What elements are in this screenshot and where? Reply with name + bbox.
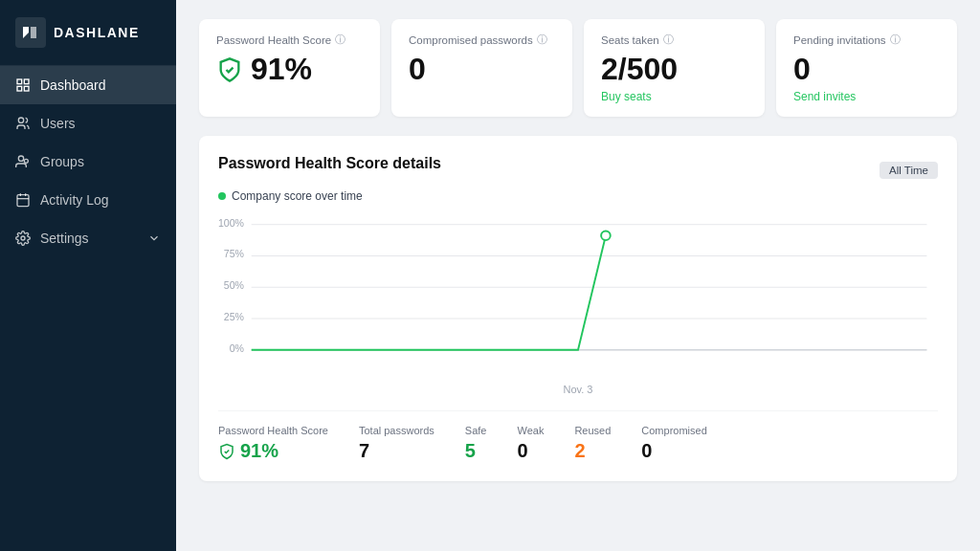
shield-check-sm-icon	[218, 443, 235, 460]
send-invites-link[interactable]: Send invites	[793, 90, 940, 103]
info-icon-invitations[interactable]: ⓘ	[890, 33, 901, 47]
svg-text:50%: 50%	[224, 279, 245, 291]
main-content: Password Health Score ⓘ 91% Compromised …	[176, 0, 980, 551]
chart-legend-label: Company score over time	[232, 189, 363, 203]
bottom-stat-compromised: Compromised 0	[641, 425, 706, 462]
settings-icon	[15, 231, 31, 246]
users-icon	[15, 116, 31, 131]
svg-point-6	[18, 156, 23, 161]
info-icon-compromised[interactable]: ⓘ	[537, 33, 547, 47]
stats-row: Password Health Score ⓘ 91% Compromised …	[199, 19, 957, 117]
stat-value-invitations: 0	[793, 53, 940, 86]
info-icon-phs[interactable]: ⓘ	[335, 33, 345, 47]
svg-rect-3	[24, 86, 29, 91]
stat-card-seats: Seats taken ⓘ 2/500 Buy seats	[584, 19, 765, 117]
bottom-stat-reused: Reused 2	[574, 425, 611, 462]
sidebar-item-activity-log[interactable]: Activity Log	[0, 181, 176, 219]
sidebar-item-groups[interactable]: Groups	[0, 143, 176, 181]
activity-icon	[15, 192, 31, 208]
stat-label-compromised: Compromised passwords ⓘ	[409, 33, 555, 47]
dashboard-icon	[15, 77, 31, 93]
bottom-stat-phs: Password Health Score 91%	[218, 425, 328, 462]
stat-label-phs: Password Health Score ⓘ	[216, 33, 363, 47]
bottom-stat-total-passwords: Total passwords 7	[359, 425, 434, 462]
stat-card-password-health: Password Health Score ⓘ 91%	[199, 19, 380, 117]
shield-check-icon	[216, 56, 243, 83]
bottom-stat-safe: Safe 5	[465, 425, 487, 462]
sidebar-item-groups-label: Groups	[40, 154, 84, 169]
bottom-stat-compromised-value: 0	[641, 440, 706, 462]
sidebar-item-dashboard-label: Dashboard	[40, 77, 106, 93]
stat-card-compromised: Compromised passwords ⓘ 0	[391, 19, 572, 117]
chart-x-label: Nov. 3	[218, 384, 938, 395]
legend-dot	[218, 192, 226, 200]
svg-rect-2	[24, 79, 29, 84]
svg-text:25%: 25%	[224, 311, 245, 322]
bottom-stat-total-value: 7	[359, 440, 434, 462]
groups-icon	[15, 154, 31, 169]
bottom-stat-weak-value: 0	[517, 440, 544, 462]
chart-svg: 100% 75% 50% 25% 0%	[218, 210, 938, 378]
stat-value-seats: 2/500	[601, 53, 747, 86]
chart-legend: Company score over time	[218, 189, 938, 203]
svg-point-24	[601, 231, 611, 241]
bottom-stat-reused-value: 2	[574, 440, 611, 462]
dashlane-logo-icon	[15, 17, 46, 48]
stat-label-invitations: Pending invitations ⓘ	[793, 33, 940, 47]
chart-area: 100% 75% 50% 25% 0% Nov. 3	[218, 210, 938, 395]
chart-card: Password Health Score details All Time C…	[199, 136, 957, 481]
chevron-down-icon	[147, 231, 161, 245]
svg-rect-8	[17, 195, 29, 207]
sidebar: DASHLANE Dashboard Users Groups Activity…	[0, 0, 176, 551]
svg-rect-4	[17, 86, 22, 91]
buy-seats-link[interactable]: Buy seats	[601, 90, 747, 103]
svg-text:100%: 100%	[218, 217, 245, 229]
sidebar-item-dashboard[interactable]: Dashboard	[0, 66, 176, 104]
svg-rect-1	[17, 79, 22, 84]
sidebar-item-activity-label: Activity Log	[40, 192, 109, 208]
chart-controls: Password Health Score details All Time	[218, 155, 938, 186]
svg-text:0%: 0%	[230, 342, 245, 354]
bottom-stat-phs-value: 91%	[218, 440, 328, 462]
sidebar-item-settings[interactable]: Settings	[0, 219, 176, 257]
chart-title: Password Health Score details	[218, 155, 441, 172]
app-name: DASHLANE	[54, 25, 140, 40]
svg-point-7	[24, 159, 28, 163]
stat-label-seats: Seats taken ⓘ	[601, 33, 747, 47]
stat-value-compromised: 0	[409, 53, 555, 86]
sidebar-item-settings-label: Settings	[40, 231, 89, 246]
info-icon-seats[interactable]: ⓘ	[663, 33, 674, 47]
svg-text:75%: 75%	[224, 249, 245, 260]
logo: DASHLANE	[0, 0, 176, 66]
bottom-stat-safe-value: 5	[465, 440, 487, 462]
svg-point-5	[18, 118, 23, 122]
stat-card-invitations: Pending invitations ⓘ 0 Send invites	[776, 19, 957, 117]
stat-value-phs: 91%	[216, 53, 363, 86]
sidebar-item-users-label: Users	[40, 116, 76, 131]
sidebar-item-users[interactable]: Users	[0, 104, 176, 143]
svg-point-12	[21, 236, 25, 240]
bottom-stats-row: Password Health Score 91% Total password…	[218, 410, 938, 462]
bottom-stat-weak: Weak 0	[517, 425, 544, 462]
chart-filter-button[interactable]: All Time	[880, 162, 938, 179]
